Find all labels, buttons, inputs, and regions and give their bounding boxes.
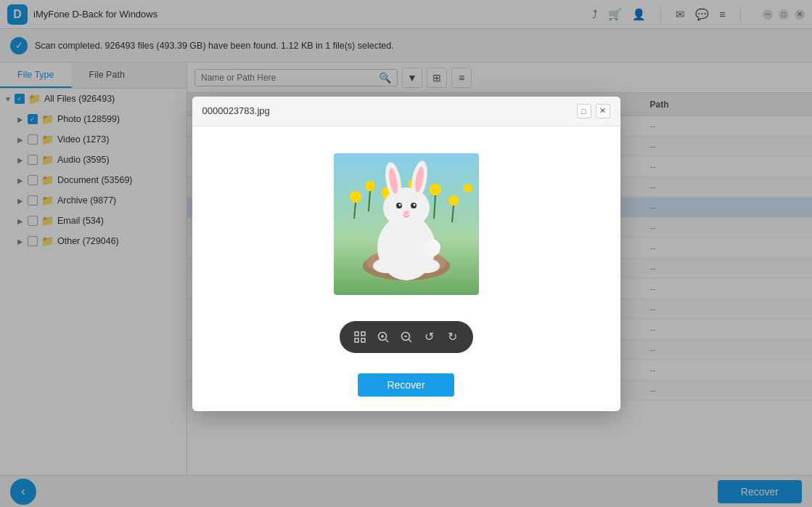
svg-point-2 [365,181,375,191]
zoom-in-button[interactable] [372,325,395,349]
image-preview [327,148,486,301]
svg-point-5 [448,195,459,206]
svg-line-36 [385,339,388,342]
svg-point-4 [430,184,441,195]
svg-point-27 [414,259,440,273]
image-controls: ↺ ↻ [340,321,473,353]
modal-content: ↺ ↻ Recover [192,126,620,411]
svg-rect-31 [355,338,358,342]
svg-point-26 [373,259,399,273]
modal-titlebar: 0000023783.jpg □ ✕ [192,97,620,126]
preview-modal: 0000023783.jpg □ ✕ [192,97,620,411]
modal-controls: □ ✕ [577,104,610,118]
modal-overlay: 0000023783.jpg □ ✕ [0,0,812,507]
svg-point-28 [423,239,440,256]
svg-point-6 [464,184,472,192]
preview-svg [334,153,479,295]
svg-point-23 [398,204,401,206]
svg-point-25 [403,211,409,215]
svg-point-1 [350,191,361,203]
modal-close-button[interactable]: ✕ [596,104,610,118]
rotate-left-button[interactable]: ↺ [418,325,441,349]
modal-maximize-button[interactable]: □ [577,104,591,118]
recover-button-modal[interactable]: Recover [358,373,454,397]
modal-title: 0000023783.jpg [202,105,270,116]
rotate-right-button[interactable]: ↻ [441,325,464,349]
svg-rect-32 [361,338,365,342]
svg-rect-30 [361,332,365,336]
svg-point-24 [413,204,415,206]
svg-line-39 [409,339,411,342]
fit-screen-button[interactable] [348,325,372,349]
zoom-out-button[interactable] [395,325,418,349]
svg-rect-29 [355,332,358,336]
